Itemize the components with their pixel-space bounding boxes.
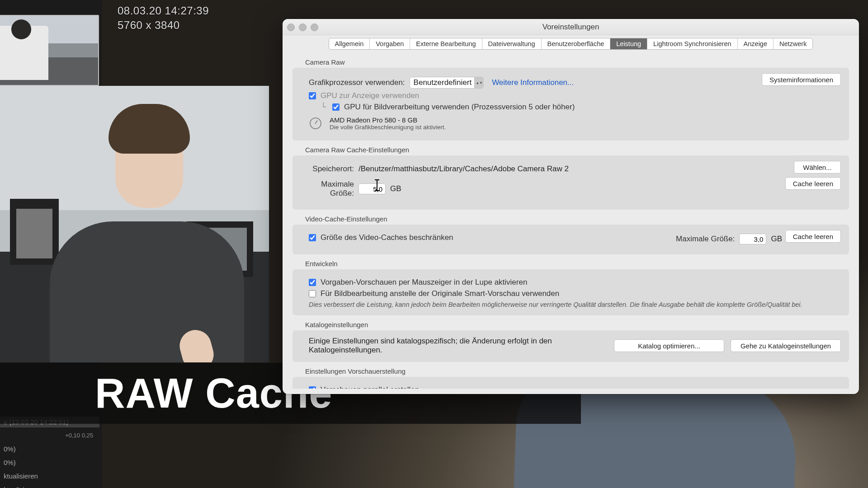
zoom-icon[interactable] [311,23,318,31]
close-icon[interactable] [287,23,295,31]
preferences-window: Voreinstellungen AllgemeinVorgabenExtern… [283,19,859,394]
tab-leistung[interactable]: Leistung [610,38,647,49]
tab-lightroom-synchronisieren[interactable]: Lightroom Synchronisieren [647,38,737,49]
gpu-display-checkbox[interactable] [309,92,316,99]
window-titlebar[interactable]: Voreinstellungen [283,19,859,35]
choose-location-button[interactable]: Wählen... [794,161,841,174]
panel-camera-raw: Systeminformationen Grafikprozessor verw… [292,68,849,141]
tab-anzeige[interactable]: Anzeige [738,38,774,49]
image-dimensions: 5760 x 3840 [118,19,209,32]
optimize-catalog-button[interactable]: Katalog optimieren... [614,339,724,352]
video-limit-checkbox[interactable] [309,234,316,241]
tab-benutzeroberfläche[interactable]: Benutzeroberfläche [542,38,611,49]
hover-preview-checkbox[interactable] [309,279,316,286]
minimize-icon[interactable] [299,23,307,31]
tab-externe-bearbeitung[interactable]: Externe Bearbeitung [410,38,482,49]
gpu-use-select[interactable]: Benutzerdefiniert ▲▼ [410,77,484,89]
tab-vorgaben[interactable]: Vorgaben [370,38,410,49]
chevron-updown-icon: ▲▼ [474,77,484,88]
clear-video-cache-button[interactable]: Cache leeren [785,230,841,243]
timestamp: 08.03.20 14:27:39 [118,5,209,17]
smart-preview-label: Für Bildbearbeitung anstelle der Origina… [321,289,559,298]
gpu-name: AMD Radeon Pro 580 - 8 GB [330,116,446,124]
tab-dateiverwaltung[interactable]: Dateiverwaltung [482,38,542,49]
panel-raw-cache: Wählen... Cache leeren Speicherort: /Ben… [292,155,849,210]
smart-preview-note: Dies verbessert die Leistung, kann jedoc… [309,301,841,308]
section-raw-cache: Camera Raw Cache-Einstellungen [305,146,849,154]
gb-unit: GB [771,235,782,244]
text-cursor-icon [377,180,377,190]
presenter-webcam [0,86,269,362]
cache-location-value: /Benutzer/matthiasbutz/Library/Caches/Ad… [359,164,569,174]
parallel-previews-checkbox[interactable] [309,386,316,389]
gpu-display-label: GPU zur Anzeige verwenden [321,91,419,100]
cache-location-label: Speicherort: [309,164,354,174]
gpu-more-info-link[interactable]: Weitere Informationen... [492,78,574,87]
gpu-use-label: Grafikprozessor verwenden: [309,78,405,87]
gpu-process-label: GPU für Bildverarbeitung verwenden (Proz… [344,103,575,112]
gb-unit: GB [390,184,401,193]
section-catalog: Katalogeinstellungen [305,321,849,328]
lightroom-thumbnail[interactable] [0,15,99,86]
system-info-button[interactable]: Systeminformationen [762,73,841,86]
panel-develop: Vorgaben-Vorschauen per Mauszeiger in de… [292,269,849,315]
tab-netzwerk[interactable]: Netzwerk [774,38,812,49]
section-previews: Einstellungen Vorschauerstellung [305,367,849,375]
hover-preview-label: Vorgaben-Vorschauen per Mauszeiger in de… [321,278,527,287]
window-title: Voreinstellungen [283,23,859,32]
video-max-size-label: Maximale Größe: [676,235,735,244]
goto-catalog-settings-button[interactable]: Gehe zu Katalogeinstellungen [731,339,841,352]
section-camera-raw: Camera Raw [305,58,849,66]
catalog-note: Einige Einstellungen sind katalogspezifi… [309,337,608,355]
video-max-size-input[interactable] [739,234,766,244]
section-video-cache: Video-Cache-Einstellungen [305,215,849,223]
panel-previews: Vorschauen parallel erstellen [292,377,849,389]
video-limit-label: Größe des Video-Caches beschränken [321,233,453,242]
panel-video-cache: Cache leeren Größe des Video-Caches besc… [292,225,849,254]
gpu-status: Die volle Grafikbeschleunigung ist aktiv… [330,124,446,131]
lightroom-history-panel: e (13.03.20 14:22:51) +0,10 0,25 0%) 0%)… [0,414,99,488]
raw-max-size-input[interactable] [359,183,386,194]
image-metadata: 08.03.20 14:27:39 5760 x 3840 [118,5,209,32]
gpu-process-checkbox[interactable] [332,103,340,111]
tab-allgemein[interactable]: Allgemein [329,38,370,49]
smart-preview-checkbox[interactable] [309,290,316,297]
section-develop: Entwickeln [305,260,849,267]
parallel-previews-label: Vorschauen parallel erstellen [321,385,419,389]
preferences-tabbar: AllgemeinVorgabenExterne BearbeitungDate… [283,35,859,52]
raw-max-size-label: Maximale Größe: [296,180,354,198]
panel-catalog: Einige Einstellungen sind katalogspezifi… [292,330,849,362]
gauge-icon [310,117,321,129]
